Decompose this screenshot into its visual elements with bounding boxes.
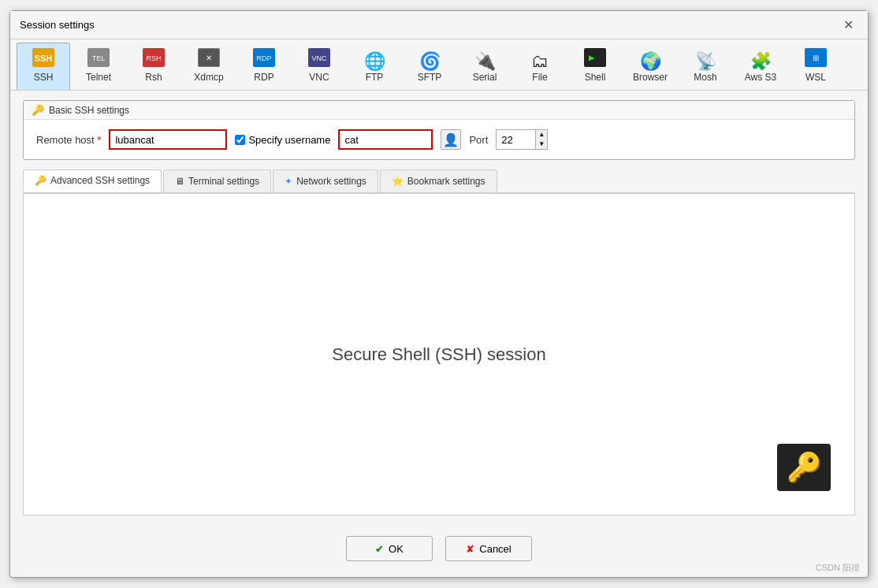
basic-ssh-panel-icon: 🔑 [32, 104, 44, 116]
key-icon-box: 🔑 [777, 444, 831, 491]
specify-username-label[interactable]: Specify username [235, 134, 330, 146]
serial-icon: 🔌 [474, 53, 496, 70]
sub-tab-bookmark[interactable]: ⭐ Bookmark settings [380, 169, 497, 192]
cancel-label: Cancel [479, 543, 511, 555]
mosh-icon: 📡 [695, 53, 716, 70]
advanced-tab-label: Advanced SSH settings [50, 175, 150, 186]
ok-button[interactable]: ✔ OK [346, 536, 433, 561]
protocol-tab-ssh-label: SSH [34, 72, 54, 83]
required-star: * [95, 134, 102, 146]
svg-text:VNC: VNC [311, 54, 327, 62]
main-content: 🔑 Basic SSH settings Remote host * Speci… [10, 91, 868, 525]
protocol-tab-ftp[interactable]: 🌐 FTP [348, 47, 401, 90]
cancel-button[interactable]: ✘ Cancel [445, 536, 532, 561]
svg-text:▶: ▶ [589, 52, 595, 63]
ok-checkmark-icon: ✔ [375, 543, 384, 555]
svg-text:✕: ✕ [206, 54, 212, 62]
protocol-bar: SSH SSH TEL Telnet RSH Rsh [10, 39, 868, 91]
ssh-settings-row: Remote host * Specify username 👤 [36, 129, 842, 150]
protocol-tab-wsl-label: WSL [805, 72, 826, 83]
close-button[interactable]: ✕ [839, 16, 858, 34]
port-decrement-button[interactable]: ▼ [536, 140, 547, 149]
svg-text:RSH: RSH [146, 54, 161, 62]
dialog-title: Session settings [20, 19, 95, 31]
sub-tab-advanced[interactable]: 🔑 Advanced SSH settings [23, 169, 162, 192]
watermark: CSDN 阳排 [816, 562, 860, 574]
username-input[interactable] [338, 129, 433, 150]
protocol-tab-serial[interactable]: 🔌 Serial [458, 47, 512, 90]
user-icon: 👤 [443, 132, 459, 147]
protocol-tab-rdp[interactable]: RDP RDP [237, 43, 291, 90]
protocol-tab-browser[interactable]: 🌍 Browser [623, 47, 677, 90]
network-tab-label: Network settings [296, 176, 366, 187]
awss3-icon: 🧩 [750, 53, 772, 70]
rsh-icon: RSH [143, 48, 165, 70]
basic-ssh-panel: 🔑 Basic SSH settings Remote host * Speci… [23, 100, 855, 160]
protocol-tab-mosh-label: Mosh [694, 72, 716, 83]
protocol-tab-serial-label: Serial [473, 72, 497, 83]
protocol-tab-shell[interactable]: ▶ Shell [568, 43, 622, 90]
xdmcp-icon: ✕ [198, 48, 220, 70]
sftp-icon: 🌀 [419, 53, 441, 70]
protocol-tab-telnet[interactable]: TEL Telnet [72, 43, 125, 90]
svg-text:TEL: TEL [92, 54, 106, 62]
svg-text:RDP: RDP [256, 54, 271, 62]
basic-ssh-panel-title: Basic SSH settings [49, 105, 129, 116]
protocol-tab-ssh[interactable]: SSH SSH [17, 43, 70, 90]
dialog-footer: ✔ OK ✘ Cancel [10, 525, 868, 577]
network-tab-icon: ✦ [285, 176, 292, 187]
port-label: Port [469, 134, 488, 146]
protocol-tab-rsh-label: Rsh [145, 72, 162, 83]
ftp-icon: 🌐 [364, 53, 385, 70]
specify-username-text: Specify username [248, 134, 330, 146]
protocol-tab-mosh[interactable]: 📡 Mosh [679, 47, 732, 90]
remote-host-input[interactable] [109, 129, 227, 150]
bookmark-tab-icon: ⭐ [392, 176, 404, 187]
port-increment-button[interactable]: ▲ [536, 130, 547, 140]
advanced-tab-icon: 🔑 [35, 175, 47, 186]
protocol-tab-xdmcp[interactable]: ✕ Xdmcp [182, 43, 236, 90]
remote-host-label: Remote host * [36, 134, 101, 146]
sub-panel-content: Secure Shell (SSH) session 🔑 [23, 194, 855, 515]
user-icon-button[interactable]: 👤 [441, 129, 461, 150]
protocol-tab-file-label: File [532, 72, 547, 83]
terminal-tab-label: Terminal settings [188, 176, 259, 187]
basic-ssh-panel-header: 🔑 Basic SSH settings [24, 101, 854, 120]
shell-icon: ▶ [584, 48, 606, 70]
ok-label: OK [389, 543, 404, 555]
protocol-tab-wsl[interactable]: ⊞ WSL [789, 43, 843, 90]
session-settings-dialog: Session settings ✕ SSH SSH TEL Tel [9, 10, 869, 578]
protocol-tab-file[interactable]: 🗂 File [513, 47, 567, 90]
file-icon: 🗂 [531, 53, 549, 70]
protocol-tab-sftp-label: SFTP [418, 72, 442, 83]
protocol-tab-ftp-label: FTP [366, 72, 384, 83]
ssh-icon: SSH [32, 48, 54, 70]
protocol-tab-vnc-label: VNC [309, 72, 329, 83]
svg-text:⊞: ⊞ [813, 54, 819, 62]
wsl-icon: ⊞ [805, 48, 827, 70]
protocol-tab-rsh[interactable]: RSH Rsh [127, 43, 180, 90]
sub-tab-terminal[interactable]: 🖥 Terminal settings [163, 169, 271, 192]
browser-icon: 🌍 [640, 53, 661, 70]
port-input[interactable] [496, 129, 535, 150]
sub-tab-network[interactable]: ✦ Network settings [273, 169, 378, 192]
rdp-icon: RDP [253, 48, 275, 70]
port-spinbox: ▲ ▼ [496, 129, 548, 150]
protocol-tab-vnc[interactable]: VNC VNC [292, 43, 346, 90]
title-bar: Session settings ✕ [10, 11, 868, 39]
protocol-tab-awss3[interactable]: 🧩 Aws S3 [734, 47, 787, 90]
telnet-icon: TEL [87, 48, 110, 70]
protocol-tab-browser-label: Browser [633, 72, 668, 83]
svg-rect-12 [584, 48, 606, 67]
port-spin-buttons: ▲ ▼ [535, 129, 548, 150]
protocol-tab-sftp[interactable]: 🌀 SFTP [403, 47, 456, 90]
svg-text:SSH: SSH [35, 54, 53, 63]
specify-username-checkbox[interactable] [235, 135, 245, 145]
sub-tabs-section: 🔑 Advanced SSH settings 🖥 Terminal setti… [23, 169, 855, 515]
basic-ssh-panel-body: Remote host * Specify username 👤 [24, 120, 854, 159]
key-icon: 🔑 [787, 451, 822, 484]
terminal-tab-icon: 🖥 [175, 176, 184, 187]
vnc-icon: VNC [308, 48, 330, 70]
protocol-tab-rdp-label: RDP [254, 72, 273, 83]
sub-tabs-bar: 🔑 Advanced SSH settings 🖥 Terminal setti… [23, 169, 855, 194]
